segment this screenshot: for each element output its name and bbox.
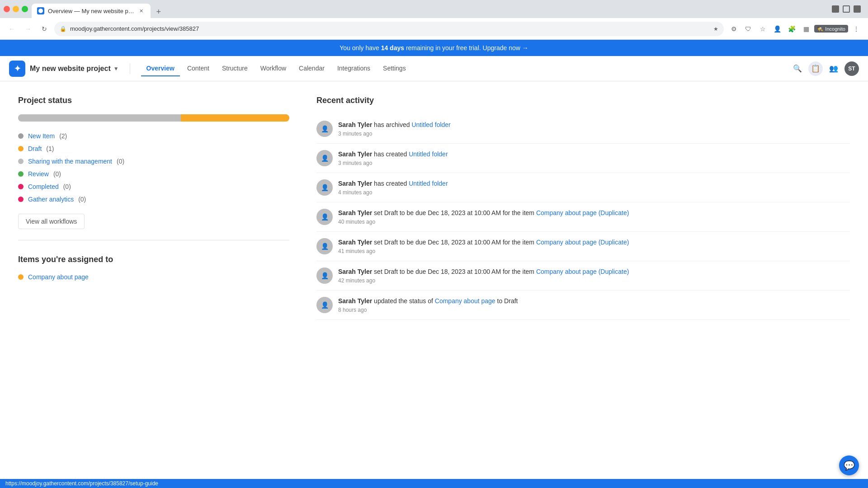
nav-divider (130, 63, 130, 74)
nav-workflow[interactable]: Workflow (255, 61, 292, 76)
shield-icon[interactable]: 🛡 (742, 23, 755, 35)
trial-text-after: remaining in your free trial. Upgrade no… (404, 44, 528, 52)
status-link-new-item[interactable]: New Item (28, 132, 55, 140)
assigned-section: Items you're assigned to Company about p… (18, 255, 289, 281)
status-count-new-item: (2) (59, 132, 67, 140)
recent-activity-section: Recent activity 👤 Sarah Tyler has archiv… (316, 96, 850, 465)
chat-button[interactable]: 💬 (839, 455, 859, 475)
people-button[interactable]: 👥 (826, 61, 841, 76)
status-link-review[interactable]: Review (28, 170, 49, 178)
activity-user-5: Sarah Tyler (338, 239, 372, 246)
status-dot-analytics (18, 197, 24, 202)
status-link-completed[interactable]: Completed (28, 183, 59, 190)
activity-list: 👤 Sarah Tyler has archived Untitled fold… (316, 114, 850, 320)
logo-icon: ✦ (14, 64, 21, 74)
nav-content[interactable]: Content (182, 61, 215, 76)
extensions-icon[interactable]: 🧩 (785, 23, 798, 35)
project-name-text: My new website project (30, 65, 111, 73)
address-bar[interactable]: 🔒 moodjoy.gathercontent.com/projects/vie… (54, 22, 724, 36)
tab-close-button[interactable]: ✕ (138, 7, 145, 14)
activity-link-2[interactable]: Untitled folder (409, 150, 448, 158)
close-icon[interactable] (854, 5, 861, 13)
activity-item-5: 👤 Sarah Tyler set Draft to be due Dec 18… (316, 232, 850, 261)
status-link-draft[interactable]: Draft (28, 145, 42, 152)
active-tab[interactable]: Overview — My new website p… ✕ (32, 4, 151, 18)
activity-time-1: 3 minutes ago (338, 131, 850, 137)
nav-overview[interactable]: Overview (141, 61, 180, 76)
minimize-icon[interactable] (832, 5, 839, 13)
status-dot-completed (18, 184, 24, 189)
status-item-draft: Draft (1) (18, 145, 289, 152)
logo-area: ✦ My new website project ▼ (9, 61, 119, 77)
trial-banner: You only have 14 days remaining in your … (0, 40, 868, 56)
activity-link-1[interactable]: Untitled folder (411, 121, 450, 128)
browser-nav: ← → ↻ 🔒 moodjoy.gathercontent.com/projec… (0, 18, 868, 40)
trial-text-before: You only have (340, 44, 381, 52)
status-item-completed: Completed (0) (18, 183, 289, 190)
window-maximize-button[interactable] (22, 6, 28, 12)
window-minimize-button[interactable] (13, 6, 19, 12)
status-dot-draft (18, 146, 24, 151)
assigned-link-company[interactable]: Company about page (28, 273, 89, 281)
profile-button[interactable]: 👤 (771, 23, 783, 35)
user-avatar[interactable]: ST (844, 61, 859, 76)
view-all-workflows-button[interactable]: View all workflows (18, 214, 85, 229)
activity-avatar-3: 👤 (316, 179, 333, 196)
status-item-analytics: Gather analytics (0) (18, 196, 289, 203)
activity-time-6: 42 minutes ago (338, 277, 850, 284)
activity-content-4: Sarah Tyler set Draft to be due Dec 18, … (338, 209, 850, 225)
status-item-new-item: New Item (2) (18, 132, 289, 140)
status-bar: https://moodjoy.gathercontent.com/projec… (0, 479, 868, 488)
activity-text-4: Sarah Tyler set Draft to be due Dec 18, … (338, 209, 850, 218)
activity-content-5: Sarah Tyler set Draft to be due Dec 18, … (338, 238, 850, 254)
incognito-badge: 🕵 Incognito (814, 25, 848, 33)
activity-link-5[interactable]: Company about page (Duplicate) (536, 239, 629, 246)
sidebar-button[interactable]: ▦ (800, 23, 812, 35)
project-name[interactable]: My new website project ▼ (30, 65, 119, 73)
refresh-button[interactable]: ↻ (38, 23, 51, 35)
activity-time-3: 4 minutes ago (338, 189, 850, 196)
status-dot-new-item (18, 133, 24, 139)
activity-text-5: Sarah Tyler set Draft to be due Dec 18, … (338, 238, 850, 247)
activity-content-7: Sarah Tyler updated the status of Compan… (338, 297, 850, 313)
bookmark-button[interactable]: ☆ (756, 23, 769, 35)
extensions-button[interactable]: ⚙ (727, 23, 740, 35)
menu-button[interactable]: ⋮ (850, 23, 863, 35)
logo-box[interactable]: ✦ (9, 61, 25, 77)
assigned-dot (18, 274, 24, 280)
forward-button[interactable]: → (22, 23, 34, 35)
activity-link-7[interactable]: Company about page (435, 297, 495, 305)
activity-user-1: Sarah Tyler (338, 121, 372, 128)
new-tab-button[interactable]: + (152, 5, 165, 18)
nav-integrations[interactable]: Integrations (332, 61, 376, 76)
activity-user-4: Sarah Tyler (338, 209, 372, 216)
status-link-analytics[interactable]: Gather analytics (28, 196, 74, 203)
main-content: Project status New Item (2) Draft (1) (0, 81, 868, 479)
window-close-button[interactable] (4, 6, 10, 12)
main-nav: Overview Content Structure Workflow Cale… (141, 61, 779, 76)
nav-calendar[interactable]: Calendar (293, 61, 330, 76)
back-button[interactable]: ← (5, 23, 18, 35)
nav-structure[interactable]: Structure (217, 61, 253, 76)
activity-link-6[interactable]: Company about page (Duplicate) (536, 268, 629, 275)
activity-item-7: 👤 Sarah Tyler updated the status of Comp… (316, 291, 850, 320)
status-item-sharing: Sharing with the management (0) (18, 158, 289, 165)
status-link-sharing[interactable]: Sharing with the management (28, 158, 112, 165)
search-button[interactable]: 🔍 (790, 61, 805, 76)
activity-item-2: 👤 Sarah Tyler has created Untitled folde… (316, 144, 850, 173)
browser-action-icons: ⚙ 🛡 ☆ 👤 🧩 ▦ 🕵 Incognito ⋮ (727, 23, 863, 35)
header-actions: 🔍 📋 👥 ST (790, 61, 859, 76)
activity-link-3[interactable]: Untitled folder (409, 180, 448, 187)
progress-gray (18, 114, 181, 122)
status-bar-url: https://moodjoy.gathercontent.com/projec… (5, 480, 158, 487)
activity-link-4[interactable]: Company about page (Duplicate) (536, 209, 629, 216)
activity-avatar-1: 👤 (316, 121, 333, 137)
app-wrapper: You only have 14 days remaining in your … (0, 40, 868, 488)
status-dot-review (18, 171, 24, 177)
project-dropdown-icon: ▼ (113, 66, 119, 72)
restore-icon[interactable] (843, 5, 850, 13)
tab-title: Overview — My new website p… (48, 8, 134, 14)
notifications-button[interactable]: 📋 (808, 61, 823, 76)
activity-item-3: 👤 Sarah Tyler has created Untitled folde… (316, 173, 850, 202)
nav-settings[interactable]: Settings (377, 61, 411, 76)
